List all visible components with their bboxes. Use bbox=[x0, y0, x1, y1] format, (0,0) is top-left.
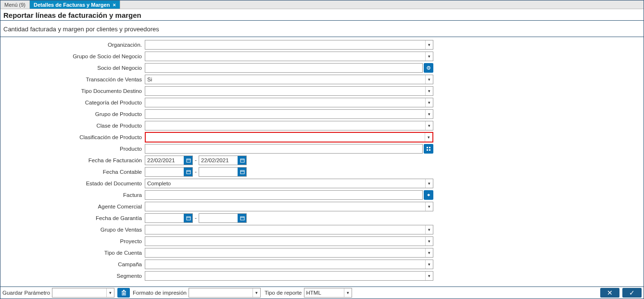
fecha-contable-from[interactable] bbox=[145, 167, 193, 177]
tab-menu[interactable]: Menú (9) bbox=[0, 0, 30, 9]
guardar-param-label: Guardar Parámetro bbox=[2, 290, 50, 296]
svg-rect-3 bbox=[429, 147, 430, 148]
calendar-icon[interactable] bbox=[184, 214, 192, 222]
chevron-down-icon[interactable]: ▾ bbox=[425, 110, 433, 118]
socio-input[interactable] bbox=[145, 63, 423, 73]
factura-lookup-button[interactable] bbox=[424, 190, 433, 200]
chevron-down-icon[interactable]: ▾ bbox=[425, 98, 433, 107]
clasif-producto-label: Clasificación de Producto bbox=[0, 134, 145, 140]
chevron-down-icon[interactable]: ▾ bbox=[253, 288, 260, 297]
tab-menu-label: Menú (9) bbox=[4, 2, 25, 8]
date-separator: - bbox=[193, 215, 199, 221]
tipo-reporte-select[interactable]: HTML ▾ bbox=[304, 288, 352, 298]
tipo-cuenta-label: Tipo de Cuenta bbox=[0, 250, 145, 256]
svg-rect-12 bbox=[240, 170, 244, 174]
fecha-facturacion-to[interactable]: 22/02/2021 bbox=[199, 156, 247, 165]
clase-producto-select[interactable]: ▾ bbox=[145, 121, 433, 130]
trans-ventas-select[interactable]: Si ▾ bbox=[145, 75, 433, 84]
calendar-icon[interactable] bbox=[238, 168, 246, 176]
footer-bar: Guardar Parámetro ▾ Formato de impresión… bbox=[0, 286, 644, 299]
estado-doc-label: Estado del Documento bbox=[0, 181, 145, 186]
date-separator: - bbox=[193, 157, 199, 164]
guardar-param-select[interactable]: ▾ bbox=[52, 288, 114, 298]
grupo-socio-label: Grupo de Socio del Negocio bbox=[0, 53, 145, 59]
calendar-icon[interactable] bbox=[238, 214, 246, 222]
formato-select[interactable]: ▾ bbox=[189, 288, 261, 298]
close-icon[interactable]: × bbox=[113, 2, 115, 8]
socio-label: Socio del Negocio bbox=[0, 65, 145, 71]
socio-lookup-button[interactable] bbox=[424, 63, 433, 73]
date-separator: - bbox=[193, 169, 199, 175]
segmento-select[interactable]: ▾ bbox=[145, 271, 433, 281]
fecha-garantia-to[interactable] bbox=[199, 213, 247, 223]
grupo-ventas-select[interactable]: ▾ bbox=[145, 225, 433, 234]
segmento-label: Segmento bbox=[0, 273, 145, 279]
close-icon: ✕ bbox=[607, 289, 613, 297]
confirm-button[interactable]: ✓ bbox=[622, 288, 642, 298]
producto-input[interactable] bbox=[145, 144, 423, 154]
organizacion-select[interactable]: ▾ bbox=[145, 40, 433, 50]
delete-button[interactable] bbox=[117, 288, 130, 298]
chevron-down-icon[interactable]: ▾ bbox=[425, 40, 433, 49]
chevron-down-icon[interactable]: ▾ bbox=[425, 260, 433, 269]
svg-rect-16 bbox=[240, 217, 244, 220]
clase-producto-label: Clase de Producto bbox=[0, 123, 145, 129]
chevron-down-icon[interactable]: ▾ bbox=[425, 121, 433, 130]
chevron-down-icon[interactable]: ▾ bbox=[425, 133, 432, 142]
chevron-down-icon[interactable]: ▾ bbox=[425, 179, 433, 188]
tipo-reporte-label: Tipo de reporte bbox=[265, 290, 302, 296]
tab-active[interactable]: Detalles de Facturas y Margen × bbox=[30, 0, 120, 9]
factura-input[interactable] bbox=[145, 190, 423, 200]
grid-icon bbox=[426, 146, 431, 151]
clasif-producto-select[interactable]: ▾ bbox=[145, 132, 433, 143]
svg-rect-4 bbox=[427, 149, 428, 151]
calendar-icon[interactable] bbox=[184, 156, 192, 165]
chevron-down-icon[interactable]: ▾ bbox=[425, 237, 433, 246]
page-title: Reportar líneas de facturación y margen bbox=[0, 9, 644, 21]
chevron-down-icon[interactable]: ▾ bbox=[106, 288, 114, 297]
organizacion-label: Organización. bbox=[0, 42, 145, 48]
chevron-down-icon[interactable]: ▾ bbox=[344, 288, 352, 297]
check-icon: ✓ bbox=[629, 289, 635, 297]
chevron-down-icon[interactable]: ▾ bbox=[425, 248, 433, 257]
tipo-doc-dest-select[interactable]: ▾ bbox=[145, 86, 433, 96]
svg-rect-5 bbox=[429, 149, 430, 151]
chevron-down-icon[interactable]: ▾ bbox=[425, 202, 433, 211]
arrow-icon bbox=[426, 193, 431, 197]
calendar-icon[interactable] bbox=[238, 156, 246, 165]
svg-rect-10 bbox=[187, 170, 190, 174]
fecha-contable-label: Fecha Contable bbox=[0, 169, 145, 175]
grupo-producto-select[interactable]: ▾ bbox=[145, 109, 433, 119]
fecha-facturacion-from[interactable]: 22/02/2021 bbox=[145, 156, 193, 165]
fecha-garantia-from[interactable] bbox=[145, 213, 193, 223]
proyecto-select[interactable]: ▾ bbox=[145, 236, 433, 246]
chevron-down-icon[interactable]: ▾ bbox=[425, 52, 433, 61]
page-subtitle: Cantidad facturada y margen por clientes… bbox=[0, 21, 644, 37]
grupo-socio-select[interactable]: ▾ bbox=[145, 52, 433, 61]
cancel-button[interactable]: ✕ bbox=[600, 288, 619, 298]
tipo-cuenta-select[interactable]: ▾ bbox=[145, 248, 433, 258]
agente-comercial-select[interactable]: ▾ bbox=[145, 202, 433, 211]
svg-rect-8 bbox=[240, 159, 244, 162]
fecha-contable-to[interactable] bbox=[199, 167, 247, 177]
formato-label: Formato de impresión bbox=[133, 290, 187, 296]
tab-bar: Menú (9) Detalles de Facturas y Margen × bbox=[0, 0, 644, 9]
campana-select[interactable]: ▾ bbox=[145, 260, 433, 269]
proyecto-label: Proyecto bbox=[0, 238, 145, 244]
grupo-ventas-label: Grupo de Ventas bbox=[0, 227, 145, 233]
producto-lookup-button[interactable] bbox=[424, 144, 433, 154]
svg-point-1 bbox=[428, 67, 429, 68]
chevron-down-icon[interactable]: ▾ bbox=[425, 225, 433, 234]
svg-rect-2 bbox=[427, 147, 428, 148]
estado-doc-select[interactable]: Completo ▾ bbox=[145, 179, 433, 188]
svg-rect-6 bbox=[187, 159, 190, 162]
cat-producto-select[interactable]: ▾ bbox=[145, 98, 433, 107]
trash-icon bbox=[121, 290, 126, 296]
calendar-icon[interactable] bbox=[184, 168, 192, 176]
chevron-down-icon[interactable]: ▾ bbox=[425, 87, 433, 95]
grupo-producto-label: Grupo de Producto bbox=[0, 111, 145, 117]
chevron-down-icon[interactable]: ▾ bbox=[425, 75, 433, 84]
tipo-doc-dest-label: Tipo Documento Destino bbox=[0, 88, 145, 94]
cat-producto-label: Categoría del Producto bbox=[0, 100, 145, 105]
chevron-down-icon[interactable]: ▾ bbox=[425, 272, 433, 280]
